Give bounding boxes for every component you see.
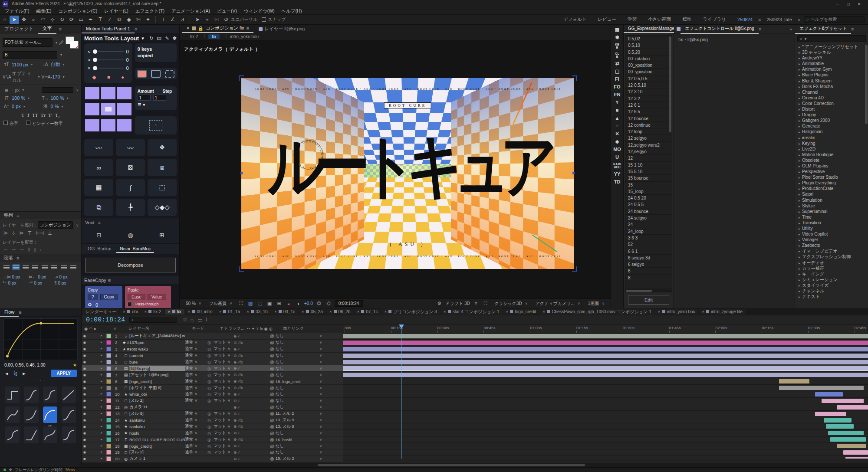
parent-link-select[interactable]: @なし∨ bbox=[270, 385, 322, 391]
layer-label-color[interactable] bbox=[106, 366, 111, 371]
close-icon[interactable]: ✕ bbox=[506, 310, 509, 314]
amount-input[interactable] bbox=[138, 95, 151, 101]
flow-preset-0[interactable] bbox=[5, 387, 20, 403]
flow-preset-9[interactable] bbox=[24, 426, 38, 443]
effects-category[interactable]: ▸スタイライズ bbox=[795, 282, 868, 288]
close-icon[interactable]: ✕ bbox=[858, 2, 861, 7]
edit-button[interactable]: Edit bbox=[628, 295, 669, 305]
mt-tool-7[interactable]: ∫ bbox=[116, 179, 145, 196]
expression-item[interactable]: 12 3 10 bbox=[625, 88, 672, 95]
exposure-value[interactable]: +0.0 bbox=[304, 301, 313, 306]
blend-mode-select[interactable]: 通常 ∨ bbox=[185, 398, 207, 403]
expression-item[interactable]: 8 bbox=[625, 275, 672, 281]
mt-tool-1[interactable]: 〰 bbox=[116, 139, 145, 156]
playhead[interactable] bbox=[401, 324, 401, 459]
layer-row-12[interactable]: ◉▸12◎カメラ 11⊕ ∕@なし∨ bbox=[82, 404, 343, 411]
snap-toggle[interactable]: スナップ bbox=[262, 16, 286, 23]
layer-duration-bar[interactable] bbox=[824, 418, 852, 423]
parent-link-select[interactable]: @19. ヌル 2∨ bbox=[270, 456, 322, 462]
undo-icon[interactable]: ↺ bbox=[221, 16, 231, 24]
expand-arrow-icon[interactable]: ▸ bbox=[99, 411, 105, 416]
parent-link-select[interactable]: @なし∨ bbox=[270, 430, 322, 436]
pickwhip-icon[interactable]: @ bbox=[270, 405, 274, 410]
expand-arrow-icon[interactable]: ▸ bbox=[99, 424, 105, 429]
track-lane-16[interactable] bbox=[343, 430, 868, 436]
menu-ビュー[interactable]: ビュー(V) bbox=[214, 8, 240, 15]
layer-name[interactable]: [logo_credit] bbox=[129, 379, 185, 384]
expand-arrow-icon[interactable]: ▸ bbox=[99, 386, 105, 390]
visibility-eye-icon[interactable]: ◉ bbox=[82, 341, 88, 344]
layer-label-color[interactable] bbox=[106, 405, 111, 410]
menu-ウィンドウ[interactable]: ウィンドウ(W) bbox=[241, 8, 278, 15]
track-area[interactable]: 00s00:15s00:30s00:45s01:00s01:15s01:30s0… bbox=[343, 324, 868, 459]
layer-duration-bar[interactable] bbox=[779, 386, 864, 390]
effects-category[interactable]: ▸AndrewYY bbox=[795, 55, 868, 61]
para-align-7[interactable] bbox=[69, 264, 77, 270]
ligatures-checkbox[interactable]: 合字 bbox=[3, 121, 18, 127]
flow-preset-7[interactable] bbox=[62, 406, 76, 423]
type-style-4[interactable]: T¹ bbox=[48, 112, 53, 118]
track-matte-select[interactable]: マット ∨ bbox=[214, 430, 233, 436]
indent-field-0[interactable]: →⊨ 0 px bbox=[3, 275, 27, 279]
effect-controls-tab[interactable]: エフェクトコントロール ll@5x.png bbox=[681, 24, 759, 34]
layer-switches[interactable]: ⊕ ∕ bbox=[233, 431, 270, 435]
layer-switches[interactable]: ⊕ ∕fx bbox=[233, 424, 270, 429]
visibility-eye-icon[interactable]: ◉ bbox=[82, 334, 88, 338]
flow-menu-icon[interactable]: ≡ bbox=[19, 310, 21, 315]
visibility-eye-icon[interactable]: ◉ bbox=[82, 412, 88, 416]
pickwhip-icon[interactable]: @ bbox=[270, 398, 274, 403]
td-icon[interactable]: TD bbox=[614, 180, 621, 184]
matte-toggle[interactable]: ◎ bbox=[207, 360, 214, 364]
pickwhip-icon[interactable]: @ bbox=[270, 450, 274, 455]
vertical-scale-value[interactable]: 100 % bbox=[12, 95, 25, 101]
matte-toggle[interactable]: ◎ bbox=[207, 411, 214, 416]
anchor-r[interactable] bbox=[117, 103, 132, 115]
parent-link-select[interactable]: @18. logo_cred∨ bbox=[270, 379, 322, 384]
track-matte-select[interactable]: マット ∨ bbox=[214, 398, 233, 403]
puppet-pin-icon[interactable]: ✦ bbox=[143, 16, 153, 24]
track-matte-select[interactable]: マット ∨ bbox=[214, 379, 233, 384]
expression-item[interactable]: 24 bounce bbox=[625, 208, 672, 215]
table-icon[interactable]: ▦ bbox=[615, 27, 619, 32]
timeline-tab-fix 2[interactable]: ✕fix 2 bbox=[141, 309, 164, 315]
viewer-timecode[interactable]: 0:00:18:24 bbox=[335, 300, 363, 307]
close-icon[interactable]: ✕ bbox=[168, 310, 171, 314]
timeline-search-input[interactable]: ⌕ bbox=[129, 317, 177, 323]
selection-mid-left[interactable] bbox=[240, 172, 243, 174]
track-matte-select[interactable]: マット ∨ bbox=[214, 443, 233, 449]
expand-arrow-icon[interactable]: ▸ bbox=[99, 353, 105, 358]
pickwhip-icon[interactable]: @ bbox=[270, 379, 274, 384]
track-matte-select[interactable]: マット ∨ bbox=[214, 359, 233, 365]
pen-icon[interactable]: ✎ bbox=[165, 36, 169, 41]
expression-item[interactable]: 3 6 3 bbox=[625, 235, 672, 241]
para-align-0[interactable] bbox=[3, 264, 10, 270]
menu-ファイル[interactable]: ファイル(F) bbox=[2, 8, 32, 15]
layer-name[interactable]: [logo_credit] bbox=[129, 444, 185, 449]
eraser-tool-icon[interactable]: ◆ bbox=[124, 16, 134, 24]
blend-mode-select[interactable]: 通常 ∨ bbox=[185, 411, 207, 416]
horizontal-scale-value[interactable]: 100 % bbox=[51, 95, 64, 101]
layer-label-color[interactable] bbox=[106, 392, 111, 397]
track-lane-11[interactable] bbox=[343, 398, 868, 404]
mt-tool-10[interactable]: ╄ bbox=[116, 199, 145, 216]
expression-item[interactable]: 12 bounce bbox=[625, 115, 672, 122]
bbox-icon[interactable]: ⊡ bbox=[212, 16, 221, 24]
graph-icon[interactable]: ▲ bbox=[615, 116, 620, 121]
flow-preset-11[interactable] bbox=[62, 426, 76, 443]
effects-category[interactable]: ▸Blace Plugins bbox=[795, 72, 868, 78]
track-matte-select[interactable]: マット ∨ bbox=[214, 424, 233, 429]
timeline-tab-intro_zyouge tile[interactable]: ✕intro_zyouge tile bbox=[699, 309, 746, 315]
expression-item[interactable]: 12 3 2 bbox=[625, 95, 672, 102]
close-icon[interactable]: ✕ bbox=[385, 310, 387, 314]
snapshot-camera-icon[interactable]: ⏣ bbox=[316, 301, 322, 306]
close-icon[interactable]: ✕ bbox=[188, 310, 191, 314]
expression-item[interactable]: 24 bbox=[625, 221, 672, 228]
tab-gg-bunkai[interactable]: GG_Bunkai bbox=[84, 245, 115, 253]
parent-link-select[interactable]: @なし∨ bbox=[270, 359, 322, 365]
mt-tool-8[interactable]: ⬚ bbox=[148, 179, 177, 196]
dist-vcenter-icon[interactable]: ☱ bbox=[12, 247, 16, 252]
parent-link-select[interactable]: @なし∨ bbox=[270, 333, 322, 339]
key-slider-0[interactable]: <0 bbox=[88, 49, 129, 54]
guides-icon[interactable]: ⊞ bbox=[276, 301, 283, 306]
panel-overflow-icon[interactable]: » bbox=[789, 26, 795, 32]
